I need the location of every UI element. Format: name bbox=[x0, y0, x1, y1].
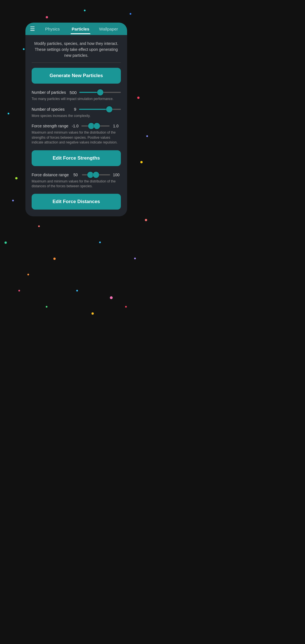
background-dot bbox=[84, 10, 86, 11]
background-dot bbox=[130, 13, 131, 15]
background-dot bbox=[8, 113, 9, 114]
force-distance-setting: Force distance range 50 100 Maximum and … bbox=[32, 172, 121, 189]
num-particles-track bbox=[79, 92, 121, 93]
background-dot bbox=[91, 312, 94, 315]
force-distance-slider[interactable] bbox=[82, 174, 110, 175]
force-strength-label: Force strength range bbox=[32, 123, 68, 129]
settings-icon[interactable]: ☰ bbox=[30, 25, 35, 35]
force-strength-hint: Maximum and minimum values for the distr… bbox=[32, 130, 121, 145]
num-particles-value: 500 bbox=[69, 90, 77, 95]
background-dot bbox=[140, 161, 143, 163]
background-dot bbox=[125, 306, 127, 308]
background-dot bbox=[110, 296, 113, 299]
tab-particles[interactable]: Particles bbox=[66, 27, 94, 34]
num-species-fill bbox=[79, 109, 109, 110]
force-distance-thumb-left[interactable] bbox=[87, 172, 93, 178]
tab-wallpaper[interactable]: Wallpaper bbox=[95, 27, 123, 34]
num-species-value: 9 bbox=[68, 107, 76, 112]
num-species-thumb[interactable] bbox=[106, 106, 112, 112]
settings-card: ☰ Physics Particles Wallpaper Modify par… bbox=[25, 23, 127, 216]
force-strength-range-values: -1.0 1.0 bbox=[71, 124, 120, 128]
force-distance-hint: Maximum and minimum values for the distr… bbox=[32, 179, 121, 189]
background-dot bbox=[76, 290, 78, 291]
force-distance-right-val: 100 bbox=[112, 173, 120, 177]
divider bbox=[32, 62, 121, 63]
card-body: Modify particles, species, and how they … bbox=[25, 35, 127, 216]
tab-bar: ☰ Physics Particles Wallpaper bbox=[25, 23, 127, 35]
background-dot bbox=[18, 290, 20, 291]
description-text: Modify particles, species, and how they … bbox=[32, 41, 121, 58]
force-strength-thumb-left[interactable] bbox=[88, 123, 94, 129]
num-particles-label: Number of particles bbox=[32, 90, 66, 95]
num-particles-thumb[interactable] bbox=[97, 89, 103, 95]
tab-physics[interactable]: Physics bbox=[38, 27, 66, 34]
force-strength-right-val: 1.0 bbox=[112, 124, 120, 128]
force-distance-left-val: 50 bbox=[72, 173, 80, 177]
background-dot bbox=[46, 306, 47, 308]
background-dot bbox=[146, 135, 148, 137]
num-species-label: Number of species bbox=[32, 107, 66, 112]
num-species-setting: Number of species 9 More species increas… bbox=[32, 107, 121, 119]
edit-distances-button[interactable]: Edit Force Distances bbox=[32, 194, 121, 210]
force-distance-range-values: 50 100 bbox=[72, 173, 120, 177]
num-particles-hint: Too many particles will impact simulatio… bbox=[32, 97, 121, 101]
background-dot bbox=[23, 48, 25, 50]
force-strength-setting: Force strength range -1.0 1.0 Maximum an… bbox=[32, 123, 121, 145]
background-dot bbox=[53, 258, 56, 260]
force-strength-slider[interactable] bbox=[81, 125, 110, 127]
edit-strengths-button[interactable]: Edit Force Strengths bbox=[32, 150, 121, 166]
background-dot bbox=[38, 225, 40, 227]
background-dot bbox=[99, 242, 101, 243]
num-species-slider[interactable] bbox=[79, 109, 121, 110]
background-dot bbox=[134, 258, 136, 259]
background-dot bbox=[15, 177, 18, 179]
background-dot bbox=[46, 16, 48, 18]
num-particles-setting: Number of particles 500 Too many particl… bbox=[32, 90, 121, 102]
force-strength-left-val: -1.0 bbox=[71, 124, 79, 128]
background-dot bbox=[137, 97, 140, 99]
background-dot bbox=[5, 242, 7, 244]
num-species-hint: More species increases the complexity. bbox=[32, 114, 121, 118]
background-dot bbox=[145, 219, 147, 221]
num-particles-slider[interactable] bbox=[79, 92, 121, 93]
force-distance-thumb-right[interactable] bbox=[93, 172, 99, 178]
background-dot bbox=[12, 200, 14, 201]
generate-button[interactable]: Generate New Particles bbox=[32, 68, 121, 84]
num-species-track bbox=[79, 109, 121, 110]
force-distance-label: Force distance range bbox=[32, 172, 69, 177]
force-strength-thumb-right[interactable] bbox=[94, 123, 100, 129]
background-dot bbox=[27, 274, 29, 275]
